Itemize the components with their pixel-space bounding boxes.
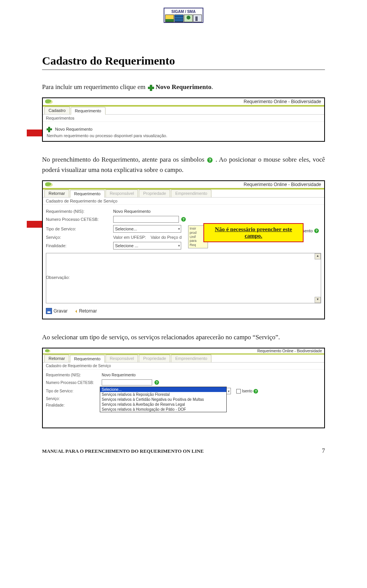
- city-icon: [193, 15, 202, 22]
- form-header: Cadastro de Requerimento de Serviço: [43, 362, 324, 369]
- label-tipo: Tipo de Servico:: [46, 389, 99, 393]
- footer: MANUAL PARA O PREENCHIMENTO DO REQUERIME…: [42, 447, 325, 454]
- help-icon[interactable]: ?: [253, 389, 258, 394]
- footer-text: MANUAL PARA O PREENCHIMENTO DO REQUERIME…: [42, 448, 204, 454]
- dropdown-option[interactable]: Serviços relativos à Averbação de Reserv…: [100, 402, 226, 407]
- value-req-nis: Novo Requerimento: [102, 373, 136, 377]
- chevron-down-icon: ▾: [178, 244, 180, 248]
- screenshot-2: Requerimento Online - Biodiversidade Ret…: [42, 180, 325, 319]
- screenshot-1: Requerimento Online - Biodiversidade Cad…: [42, 97, 325, 142]
- tab-requerimento[interactable]: Requerimento: [70, 190, 105, 198]
- app-title: Requerimento Online - Biodiversidade: [244, 99, 321, 104]
- tab-retornar[interactable]: Retornar: [44, 355, 69, 362]
- para1-prefix: Para incluir um requerimento clique em: [42, 83, 147, 91]
- empty-message: Nenhum requerimento ou processo disponiv…: [47, 133, 167, 138]
- screenshot-3: Requerimento Online - Biodiversidade Ret…: [42, 348, 325, 428]
- retornar-button[interactable]: Retornar: [73, 308, 97, 314]
- label-servico: Serviço:: [46, 235, 111, 240]
- leaf-icon: [45, 349, 50, 353]
- select-tipo[interactable]: Selecione...▾: [113, 225, 181, 233]
- label-servico: Serviço:: [46, 397, 99, 401]
- checkbox-isento[interactable]: [236, 389, 241, 394]
- logo-text: SIGAM / SMA: [165, 9, 202, 15]
- tab-cadastro[interactable]: Cadastro: [44, 107, 70, 114]
- intro-paragraph-1: Para incluir um requerimento clique em N…: [42, 82, 325, 92]
- scroll-down-icon[interactable]: ▼: [315, 297, 321, 303]
- sun-icon: [165, 15, 174, 22]
- tab-responsavel: Responsável: [106, 190, 138, 197]
- save-icon: [46, 308, 52, 314]
- input-num-proc[interactable]: [102, 379, 152, 386]
- tab-empreendimento: Empreendimento: [171, 355, 211, 362]
- back-arrow-icon: [73, 308, 78, 314]
- water-icon: [174, 15, 183, 22]
- textarea-observacao[interactable]: ▲ ▼: [46, 253, 321, 303]
- para2-prefix: No preenchimento do Requerimento, atente…: [42, 156, 206, 163]
- help-icon[interactable]: ?: [181, 217, 186, 222]
- tab-requerimento[interactable]: Requerimento: [70, 355, 105, 363]
- dropdown-tipo-open[interactable]: Selecione... Serviços relativos à Reposi…: [100, 387, 227, 412]
- value-preco: Valor do Preço d: [151, 235, 182, 240]
- plus-icon[interactable]: [47, 127, 51, 131]
- callout-annotation: Não é necessário preencher este campo.: [203, 223, 304, 242]
- gravar-button[interactable]: Gravar: [46, 308, 68, 314]
- label-req-nis: Requerimento (NIS):: [46, 209, 111, 214]
- label-num-proc: Numero Processo CETESB:: [46, 381, 99, 385]
- tab-propriedade: Propriedade: [139, 190, 170, 197]
- label-num-proc: Numero Processo CETESB:: [46, 217, 111, 222]
- novo-requerimento-link[interactable]: Novo Requerimento: [55, 127, 93, 131]
- form-header: Cadastro de Requerimento de Serviço: [43, 197, 324, 205]
- scroll-up-icon[interactable]: ▲: [315, 253, 321, 259]
- tab-empreendimento: Empreendimento: [171, 190, 211, 197]
- label-tipo: Tipo de Servico:: [46, 227, 111, 231]
- subheader: Requerimentos: [43, 114, 324, 122]
- tab-retornar[interactable]: Retornar: [44, 190, 69, 197]
- select-finalidade[interactable]: Selecione ...▾: [113, 242, 181, 249]
- input-num-proc[interactable]: [113, 216, 179, 223]
- dropdown-option[interactable]: Serviços relativos à Certidão Negativa o…: [100, 397, 226, 402]
- intro-paragraph-3: Ao selecionar um tipo de serviço, os ser…: [42, 332, 325, 342]
- plus-icon: [148, 85, 153, 90]
- value-req-nis: Novo Requerimento: [113, 209, 151, 214]
- tab-propriedade: Propriedade: [139, 355, 170, 362]
- app-title: Requerimento Online - Biodiversidade: [244, 182, 321, 187]
- label-finalidade: Finalidade:: [46, 403, 99, 407]
- label-valor: Valor em UFESP:: [113, 235, 146, 240]
- title-rule: [42, 70, 325, 70]
- leaf-icon: [45, 182, 53, 187]
- tab-requerimento[interactable]: Requerimento: [71, 107, 106, 115]
- dropdown-option[interactable]: Serviços relativos à Reposição Florestal: [100, 392, 226, 397]
- page-number: 7: [322, 447, 325, 454]
- help-icon[interactable]: ?: [154, 380, 159, 385]
- page-title: Cadastro do Requerimento: [42, 54, 325, 67]
- sigam-logo: SIGAM / SMA: [164, 8, 203, 23]
- label-observacao: Observação:: [46, 275, 70, 280]
- help-icon[interactable]: ?: [314, 228, 319, 233]
- chevron-down-icon: ▾: [178, 227, 180, 231]
- help-icon: ?: [207, 157, 213, 163]
- tree-icon: [184, 15, 193, 22]
- chevron-down-icon: ▾: [228, 389, 230, 393]
- app-title: Requerimento Online - Biodiversidade: [257, 349, 322, 353]
- label-finalidade: Finalidade:: [46, 243, 111, 248]
- label-isento: Isento: [242, 389, 252, 393]
- label-req-nis: Requerimento (NIS):: [46, 373, 99, 377]
- dropdown-option[interactable]: Serviços relativos à Homologação de Páti…: [100, 407, 226, 412]
- intro-paragraph-2: No preenchimento do Requerimento, atente…: [42, 155, 325, 175]
- tab-responsavel: Responsável: [106, 355, 138, 362]
- header-logo: SIGAM / SMA: [42, 8, 325, 24]
- leaf-icon: [45, 99, 53, 104]
- dropdown-option-selected[interactable]: Selecione...: [100, 387, 226, 392]
- para1-bold: Novo Requerimento: [156, 83, 211, 91]
